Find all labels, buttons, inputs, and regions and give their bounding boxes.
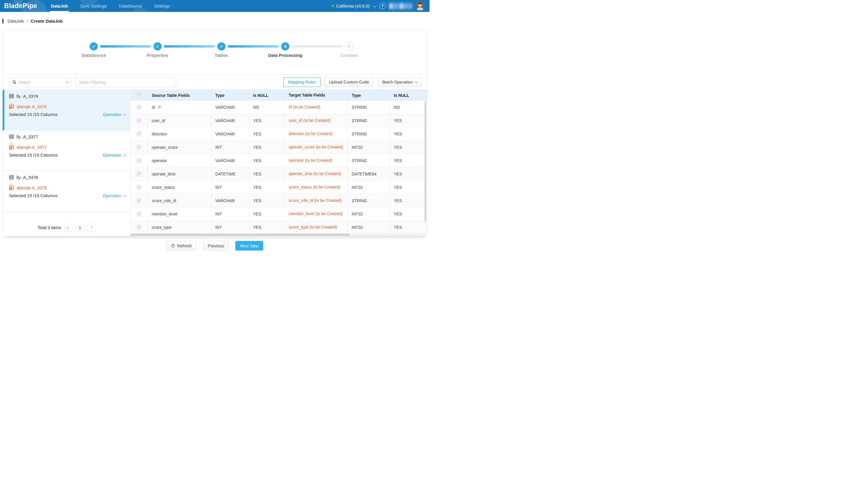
upload-custom-code-button[interactable]: Upload Custom Code [325, 77, 374, 87]
previous-button[interactable]: Previous [203, 241, 229, 251]
source-isnull-cell: NO [249, 100, 285, 114]
selected-columns-label: Selected 15 /15 Columns [9, 153, 58, 157]
row-checkbox[interactable] [137, 172, 141, 176]
chevron-down-icon [415, 80, 418, 83]
row-checkbox[interactable] [137, 158, 141, 163]
target-field-cell: score_type (to be Created) [285, 221, 348, 234]
schema-select-dropdown[interactable]: Select [9, 77, 71, 87]
target-type-cell: STRING [348, 194, 390, 207]
row-checkbox[interactable] [137, 145, 141, 149]
chevron-down-icon [9, 141, 13, 145]
operation-dropdown-link[interactable]: Operation [103, 153, 125, 157]
header-source-fields: Source Table Fields [148, 90, 212, 100]
table-row: operate_time DATETIME YES operate_time (… [130, 167, 427, 181]
breadcrumb-datajob[interactable]: DataJob [7, 18, 24, 23]
step-label-tables: Tables [192, 53, 251, 58]
target-table-name: afanqie A_3377 [17, 145, 47, 149]
operation-label: Operation [103, 112, 121, 117]
row-checkbox-cell [130, 194, 148, 207]
target-isnull-cell: YES [390, 194, 427, 207]
source-field-cell: member_level [148, 207, 212, 220]
batch-operation-button[interactable]: Batch Operation [378, 77, 422, 87]
current-page-button[interactable]: 1 [76, 224, 84, 232]
selection-row: Selected 15 /15 Columns Operation [9, 112, 125, 117]
source-isnull-cell: YES [249, 154, 285, 167]
nav-tab-sync-settings[interactable]: Sync Settings [77, 0, 110, 12]
step-label-properties: Properties [129, 53, 186, 58]
vertical-scrollbar-thumb[interactable] [425, 101, 426, 222]
table-list-item-2[interactable]: lly .A_3377 afanqie A_3377 [3, 130, 130, 171]
row-checkbox[interactable] [137, 212, 141, 216]
operation-dropdown-link[interactable]: Operation [103, 193, 125, 198]
region-version-label: California (v0.6.0) [336, 4, 370, 9]
help-icon[interactable] [379, 3, 386, 9]
row-checkbox[interactable] [137, 132, 141, 136]
source-table-name: lly .A_3377 [17, 134, 38, 139]
table-filtering-input[interactable] [75, 77, 176, 87]
target-type-cell: STRING [348, 154, 390, 167]
row-checkbox[interactable] [137, 105, 141, 110]
prev-page-button[interactable] [65, 224, 73, 232]
select-all-checkbox[interactable] [137, 93, 141, 98]
chevron-down-icon [123, 193, 126, 196]
table-row: operate_score INT YES operate_score (to … [130, 141, 427, 154]
header-target-type: Type [348, 90, 390, 100]
target-field-cell: id (to be Created) [285, 100, 348, 114]
row-checkbox[interactable] [137, 225, 141, 230]
row-checkbox[interactable] [137, 198, 141, 203]
row-checkbox-cell [130, 141, 148, 154]
refresh-label: Refresh [177, 243, 192, 248]
mapping-chevron-row [10, 140, 125, 144]
source-type-cell: VARCHAR [212, 194, 249, 207]
table-list-panel: lly .A_3376 afanqie A_3376 [3, 90, 130, 236]
target-isnull-cell: NO [390, 100, 427, 114]
source-type-cell: INT [212, 141, 249, 154]
mapping-rules-button[interactable]: Mapping Rules [283, 77, 321, 87]
mapping-chevron-row [10, 181, 125, 185]
target-field-cell: operate_score (to be Created) [285, 141, 348, 154]
table-add-icon [9, 145, 14, 149]
target-field-cell: user_id (to be Created) [285, 114, 348, 127]
horizontal-scrollbar-thumb[interactable] [130, 234, 350, 236]
row-checkbox[interactable] [137, 185, 141, 190]
source-table-row: lly .A_3376 [9, 94, 125, 99]
target-field-cell: score_status (to be Created) [285, 181, 348, 194]
table-list-item-3[interactable]: lly .A_3378 afanqie A_3378 [3, 171, 130, 212]
target-field-cell: member_level (to be Created) [285, 207, 348, 220]
region-selector[interactable]: California (v0.6.0) [331, 4, 376, 9]
header-source-type: Type [212, 90, 249, 100]
nav-tab-settings[interactable]: Settings [151, 0, 173, 12]
target-table-row: afanqie A_3376 [9, 104, 125, 109]
source-isnull-cell: YES [249, 114, 285, 127]
refresh-button[interactable]: Refresh [166, 241, 196, 251]
header-source-isnull: Is NULL [249, 90, 285, 100]
table-list-item-1[interactable]: lly .A_3376 afanqie A_3376 [3, 90, 130, 130]
current-page-number: 1 [79, 225, 81, 230]
content-split: lly .A_3376 afanqie A_3376 [3, 90, 427, 236]
nav-tab-datajob[interactable]: DataJob [48, 0, 71, 12]
avatar[interactable] [415, 1, 425, 11]
source-table-row: lly .A_3377 [9, 134, 125, 139]
source-type-cell: VARCHAR [212, 114, 249, 127]
next-step-button[interactable]: Next Step [235, 241, 263, 251]
total-items-label: Total 3 items [37, 225, 61, 230]
nav-tab-datasource[interactable]: DataSource [116, 0, 145, 12]
page-title: Create DataJob [31, 18, 63, 23]
row-checkbox-cell [130, 100, 148, 114]
source-field-cell: score_rule_id [148, 194, 212, 207]
target-field-cell: direction (to be Created) [285, 127, 348, 140]
horizontal-scrollbar-track[interactable] [130, 234, 427, 236]
row-checkbox[interactable] [137, 118, 141, 123]
breadcrumb-separator: / [27, 18, 28, 23]
table-row: id VARCHAR NO id (to be Created) STRING … [130, 100, 427, 114]
table-row: score_type INT YES score_type (to be Cre… [130, 221, 427, 234]
step-label-datasource: DataSource [65, 53, 123, 58]
source-field-name: id [152, 105, 155, 110]
operation-dropdown-link[interactable]: Operation [103, 112, 125, 117]
target-type-cell: DATETIME64 [348, 167, 390, 180]
search-icon [12, 80, 17, 84]
table-add-icon [9, 104, 14, 109]
next-page-button[interactable] [87, 224, 95, 232]
select-placeholder: Select [18, 80, 64, 85]
selected-columns-label: Selected 15 /15 Columns [9, 193, 58, 198]
